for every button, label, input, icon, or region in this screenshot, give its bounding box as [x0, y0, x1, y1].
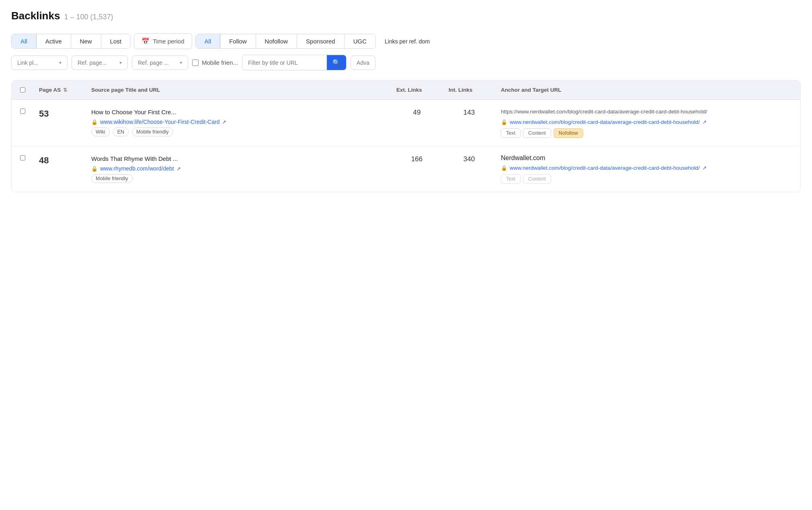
- time-period-button[interactable]: 📅 Time period: [134, 33, 192, 49]
- row2-anchor: Nerdwallet.com 🔒 www.nerdwallet.com/blog…: [495, 154, 800, 185]
- page-title: Backlinks: [11, 10, 60, 22]
- backlinks-table: Page AS ⇅ Source page Title and URL Ext.…: [11, 80, 801, 192]
- chevron-down-icon-3: ▾: [180, 60, 182, 66]
- mobile-friendly-filter[interactable]: Mobile frien...: [192, 59, 238, 66]
- row2-badge-row: Text Content: [501, 174, 795, 184]
- row2-badge-text: Text: [501, 174, 521, 184]
- select-all-checkbox[interactable]: [20, 87, 25, 93]
- link-placement-select[interactable]: Link pl... ▾: [11, 56, 68, 70]
- external-icon-3: ↗: [176, 166, 181, 172]
- tag-en: EN: [113, 128, 129, 136]
- row2-badge-content: Content: [523, 174, 551, 184]
- calendar-icon: 📅: [141, 37, 150, 45]
- filter-row-1: All Active New Lost 📅 Time period All Fo…: [11, 33, 801, 49]
- search-icon: 🔍: [332, 59, 340, 66]
- row2-tags: Mobile friendly: [91, 174, 385, 183]
- table-header: Page AS ⇅ Source page Title and URL Ext.…: [12, 80, 800, 100]
- tag-wiki: Wiki: [91, 128, 110, 136]
- row1-badge-row: Text Content Nofollow: [501, 128, 795, 138]
- page-header: Backlinks 1 – 100 (1,537): [11, 10, 801, 22]
- row1-int-links: 143: [443, 107, 495, 117]
- external-icon-4: ↗: [702, 165, 707, 171]
- ref-page-tr-select[interactable]: Ref. page ... ▾: [132, 56, 188, 70]
- external-link-icon: ↗: [222, 119, 226, 125]
- row1-anchor-url-text: https://www.nerdwallet.com/blog/credit-c…: [501, 108, 795, 116]
- ref-page-dr-select[interactable]: Ref. page... ▾: [72, 56, 128, 70]
- row2-anchor-title: Nerdwallet.com: [501, 154, 795, 162]
- row2-checkbox-cell: [12, 154, 33, 161]
- row2-source-title: Words That Rhyme With Debt ...: [91, 154, 385, 163]
- row1-badge-content: Content: [523, 128, 551, 138]
- link-type-follow-button[interactable]: Follow: [220, 34, 256, 48]
- row1-checkbox[interactable]: [20, 109, 25, 114]
- link-type-all-button[interactable]: All: [196, 34, 221, 48]
- row2-as: 48: [33, 154, 86, 167]
- link-type-ugc-button[interactable]: UGC: [344, 34, 375, 48]
- external-icon-2: ↗: [702, 119, 707, 125]
- row1-as: 53: [33, 107, 86, 120]
- search-container: 🔍: [242, 55, 347, 70]
- row2-source-link[interactable]: www.rhymedb.com/word/debt: [100, 165, 174, 172]
- advanced-button[interactable]: Adva: [351, 56, 375, 70]
- th-source-title: Source page Title and URL: [86, 80, 391, 99]
- th-ext-links: Ext. Links: [391, 80, 443, 99]
- chevron-down-icon: ▾: [59, 60, 62, 66]
- row1-anchor-link[interactable]: www.nerdwallet.com/blog/credit-card-data…: [510, 119, 700, 125]
- lock-icon-2: 🔒: [501, 119, 507, 125]
- row1-anchor-link-row: 🔒 www.nerdwallet.com/blog/credit-card-da…: [501, 119, 795, 125]
- row1-tags: Wiki EN Mobile friendly: [91, 128, 385, 136]
- links-per-ref-label: Links per ref. dom: [379, 35, 435, 48]
- ref-page-dr-label: Ref. page...: [78, 60, 107, 66]
- row2-source: Words That Rhyme With Debt ... 🔒 www.rhy…: [86, 154, 391, 184]
- filter-new-button[interactable]: New: [71, 34, 101, 48]
- th-anchor-target: Anchor and Target URL: [495, 80, 800, 99]
- row2-checkbox[interactable]: [20, 155, 25, 160]
- lock-icon-3: 🔒: [91, 166, 98, 172]
- mobile-friendly-label: Mobile frien...: [202, 59, 238, 66]
- filter-row-2: Link pl... ▾ Ref. page... ▾ Ref. page ..…: [11, 55, 801, 70]
- link-type-nofollow-button[interactable]: Nofollow: [256, 34, 297, 48]
- time-period-label: Time period: [153, 38, 185, 45]
- lock-icon: 🔒: [91, 119, 98, 125]
- row2-source-url-row: 🔒 www.rhymedb.com/word/debt ↗: [91, 165, 385, 172]
- th-page-as: Page AS ⇅: [33, 80, 86, 99]
- tag-mobile: Mobile friendly: [132, 128, 173, 136]
- th-checkbox: [12, 80, 33, 99]
- row1-ext-links: 49: [391, 107, 443, 117]
- lock-icon-4: 🔒: [501, 165, 507, 171]
- row1-badge-nofollow: Nofollow: [554, 128, 583, 138]
- row1-source-link[interactable]: www.wikihow.life/Choose-Your-First-Credi…: [100, 119, 219, 125]
- link-placement-label: Link pl...: [17, 60, 38, 66]
- row2-anchor-link-row: 🔒 www.nerdwallet.com/blog/credit-card-da…: [501, 165, 795, 171]
- row2-int-links: 340: [443, 154, 495, 164]
- row1-checkbox-cell: [12, 107, 33, 115]
- row2-anchor-link[interactable]: www.nerdwallet.com/blog/credit-card-data…: [510, 165, 700, 171]
- table-row: 53 How to Choose Your First Cre... 🔒 www…: [12, 100, 800, 146]
- chevron-down-icon-2: ▾: [119, 60, 122, 66]
- page-range: 1 – 100 (1,537): [64, 13, 113, 21]
- link-type-filter-group: All Follow Nofollow Sponsored UGC: [195, 34, 376, 49]
- filter-active-button[interactable]: Active: [37, 34, 71, 48]
- filter-lost-button[interactable]: Lost: [101, 34, 130, 48]
- sort-icon: ⇅: [63, 87, 67, 93]
- link-type-sponsored-button[interactable]: Sponsored: [297, 34, 344, 48]
- search-input[interactable]: [242, 56, 327, 70]
- mobile-friendly-checkbox[interactable]: [192, 60, 199, 66]
- row2-ext-links: 166: [391, 154, 443, 164]
- ref-page-tr-label: Ref. page ...: [138, 60, 168, 66]
- row1-badge-text: Text: [501, 128, 521, 138]
- filter-all-button[interactable]: All: [12, 34, 37, 48]
- row1-source-url-row: 🔒 www.wikihow.life/Choose-Your-First-Cre…: [91, 119, 385, 125]
- row1-source-title: How to Choose Your First Cre...: [91, 108, 385, 116]
- tag-mobile-2: Mobile friendly: [91, 174, 133, 183]
- content-filter-group: All Active New Lost: [11, 34, 131, 49]
- row1-anchor: https://www.nerdwallet.com/blog/credit-c…: [495, 107, 800, 139]
- row1-source: How to Choose Your First Cre... 🔒 www.wi…: [86, 107, 391, 137]
- table-row: 48 Words That Rhyme With Debt ... 🔒 www.…: [12, 146, 800, 192]
- search-button[interactable]: 🔍: [327, 55, 346, 70]
- th-int-links: Int. Links: [443, 80, 495, 99]
